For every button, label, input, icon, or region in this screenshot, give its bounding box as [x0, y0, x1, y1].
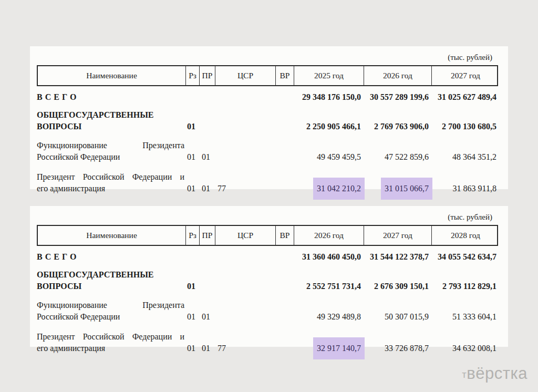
- table-row-general-state: ОБЩЕГОСУДАРСТВЕННЫЕ ВОПРОСЫ 01 2 552 751…: [37, 269, 498, 292]
- value-year1: 29 348 176 150,0: [293, 91, 363, 103]
- table-row-president-administration: Президент Российской Федерации и его адм…: [37, 331, 498, 354]
- verstka-watermark: твёрстка: [462, 364, 527, 383]
- value-year1: 2 552 751 731,4: [293, 281, 363, 292]
- row-name-line1: ОБЩЕГОСУДАРСТВЕННЫЕ: [37, 269, 184, 281]
- table-row-total: В С Е Г О 29 348 176 150,0 30 557 289 19…: [37, 91, 498, 103]
- col-header-name: Наименование: [38, 226, 185, 245]
- code-rz: 01: [184, 343, 198, 354]
- value-year3: 48 364 351,2: [430, 151, 498, 163]
- row-name-line2: ВОПРОСЫ: [37, 281, 184, 292]
- value-year2: 2 676 309 150,1: [363, 281, 430, 292]
- col-header-name: Наименование: [38, 66, 185, 85]
- col-header-year3: 2027 год: [431, 66, 499, 85]
- code-csr: 77: [214, 343, 274, 354]
- row-name-line2: его администрация: [37, 183, 184, 194]
- value-year2: 31 544 122 378,7: [363, 251, 430, 263]
- value-year3: 34 632 008,1: [430, 343, 498, 354]
- col-header-rz: Рз: [185, 66, 199, 85]
- row-name: В С Е Г О: [37, 251, 184, 263]
- table-header-row: Наименование Рз ПР ЦСР ВР 2025 год 2026 …: [37, 65, 498, 86]
- row-name-line1: Президент Российской Федерации и: [37, 171, 184, 183]
- value-year1: 49 329 489,8: [293, 311, 363, 323]
- document-sheet-2: (тыс. рублей) Наименование Рз ПР ЦСР ВР …: [30, 206, 508, 347]
- col-header-rz: Рз: [185, 226, 199, 245]
- code-pr: 01: [198, 151, 214, 163]
- code-rz: 01: [184, 151, 198, 163]
- code-pr: 01: [198, 183, 214, 194]
- table-row-general-state: ОБЩЕГОСУДАРСТВЕННЫЕ ВОПРОСЫ 01 2 250 905…: [37, 109, 498, 132]
- value-year3: 31 863 911,8: [430, 183, 498, 194]
- highlighted-value-year2: 31 015 066,7: [381, 178, 432, 200]
- value-year2: 50 307 015,9: [363, 311, 430, 323]
- page: { "watermark": { "prefix": "т", "text": …: [0, 0, 538, 392]
- col-header-pr: ПР: [199, 226, 215, 245]
- value-year2: 47 522 859,6: [363, 151, 430, 163]
- table-row-president-functioning: Функционирование Президента Российской Ф…: [37, 140, 498, 163]
- col-header-year2: 2026 год: [364, 66, 431, 85]
- code-pr: 01: [198, 343, 214, 354]
- col-header-year3: 2028 год: [431, 226, 499, 245]
- row-name-line2: его администрация: [37, 343, 184, 354]
- code-rz: 01: [184, 281, 198, 292]
- row-name-line2: ВОПРОСЫ: [37, 121, 184, 132]
- row-name: В С Е Г О: [37, 91, 184, 103]
- row-name-line2: Российской Федерации: [37, 311, 184, 323]
- value-year3: 31 025 627 489,4: [430, 91, 498, 103]
- col-header-csr: ЦСР: [215, 226, 275, 245]
- value-year1: 2 250 905 466,1: [293, 121, 363, 132]
- value-year3: 2 793 112 829,1: [430, 281, 498, 292]
- col-header-year2: 2027 год: [364, 226, 431, 245]
- value-year2: 33 726 878,7: [363, 343, 430, 354]
- value-year3: 51 333 604,1: [430, 311, 498, 323]
- row-name-line1: Функционирование Президента: [37, 300, 184, 311]
- code-csr: 77: [214, 183, 274, 194]
- row-name-line1: Функционирование Президента: [37, 140, 184, 151]
- col-header-vr: ВР: [275, 66, 294, 85]
- table-row-president-functioning: Функционирование Президента Российской Ф…: [37, 300, 498, 323]
- col-header-year1: 2025 год: [294, 66, 364, 85]
- units-label: (тыс. рублей): [37, 212, 498, 222]
- highlighted-value-year1: 32 917 140,7: [313, 337, 365, 359]
- row-name-line2: Российской Федерации: [37, 151, 184, 163]
- table-row-total: В С Е Г О 31 360 460 450,0 31 544 122 37…: [37, 251, 498, 263]
- col-header-pr: ПР: [199, 66, 215, 85]
- units-label: (тыс. рублей): [37, 52, 498, 63]
- code-rz: 01: [184, 311, 198, 323]
- value-year1: 49 459 459,5: [293, 151, 363, 163]
- highlighted-value-year1: 31 042 210,2: [313, 178, 365, 200]
- row-name-line1: ОБЩЕГОСУДАРСТВЕННЫЕ: [37, 109, 184, 121]
- value-year3: 34 055 542 634,7: [430, 251, 498, 263]
- col-header-vr: ВР: [275, 226, 294, 245]
- watermark-prefix: т: [462, 369, 467, 380]
- code-pr: 01: [198, 311, 214, 323]
- code-rz: 01: [184, 183, 198, 194]
- row-name-line1: Президент Российской Федерации и: [37, 331, 184, 343]
- code-rz: 01: [184, 121, 198, 132]
- table-row-president-administration: Президент Российской Федерации и его адм…: [37, 171, 498, 194]
- watermark-text: вёрстка: [467, 364, 527, 383]
- col-header-year1: 2026 год: [294, 226, 364, 245]
- document-sheet-1: (тыс. рублей) Наименование Рз ПР ЦСР ВР …: [30, 46, 508, 189]
- value-year1: 31 360 460 450,0: [293, 251, 363, 263]
- table-header-row: Наименование Рз ПР ЦСР ВР 2026 год 2027 …: [37, 225, 498, 246]
- value-year2: 2 769 763 906,0: [363, 121, 430, 132]
- value-year3: 2 700 130 680,5: [430, 121, 498, 132]
- value-year2: 30 557 289 199,6: [363, 91, 430, 103]
- col-header-csr: ЦСР: [215, 66, 275, 85]
